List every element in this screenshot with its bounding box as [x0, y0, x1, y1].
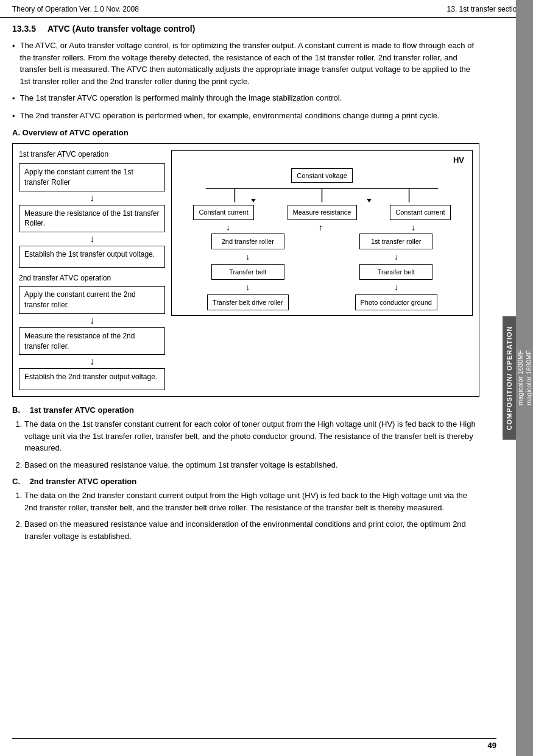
hv-transfer-belt-left: Transfer belt — [211, 264, 284, 280]
bullet-dot-1: • — [12, 40, 15, 87]
flow-box-1-2: Measure the resistance of the 1st transf… — [19, 205, 165, 233]
hv-measure-resistance: Measure resistance — [288, 205, 357, 219]
section-b-item-2: Based on the measured resistance value, … — [24, 459, 479, 471]
hv-constant-current-left: Constant current — [193, 205, 253, 219]
flow-arrow-4: ↓ — [19, 355, 165, 368]
composition-operation-tab: COMPOSITION/ OPERATION — [503, 316, 516, 440]
flow-box-2-3: Establish the 2nd transfer output voltag… — [19, 368, 165, 390]
svg-marker-5 — [251, 199, 256, 202]
header-right: 13. 1st transfer section — [447, 5, 521, 13]
atvc-diagram: 1st transfer ATVC operation Apply the co… — [12, 143, 479, 397]
flow-label-2nd: 2nd transfer ATVC operation — [19, 274, 165, 282]
section-heading: 13.3.5 ATVC (Auto transfer voltage contr… — [12, 24, 479, 34]
hv-2nd-transfer-roller: 2nd transfer roller — [211, 234, 284, 249]
hv-arrow-down-left: ↓ — [226, 223, 230, 232]
sidebar-model-text: magicolor 1680MF magicolor 1690MF — [514, 348, 533, 408]
hv-diagram-box: HV Constant voltage — [171, 150, 473, 316]
page-header: Theory of Operation Ver. 1.0 Nov. 2008 1… — [0, 0, 533, 18]
bullet-item-1: • The ATVC, or Auto transfer voltage con… — [12, 40, 479, 87]
flow-box-2-2: Measure the resistance of the 2nd transf… — [19, 327, 165, 355]
hv-transfer-belt-right: Transfer belt — [359, 264, 432, 280]
bullet-dot-2: • — [12, 93, 15, 105]
hv-constant-current-right: Constant current — [390, 205, 450, 219]
section-b-item-1: The data on the 1st transfer constant cu… — [24, 418, 479, 454]
section-c-item-2: Based on the measured resistance value a… — [24, 518, 479, 542]
bullet-item-2: • The 1st transfer ATVC operation is per… — [12, 92, 479, 105]
section-b: B. 1st transfer ATVC operation The data … — [12, 405, 479, 471]
hv-photo-conductor-ground: Photo conductor ground — [355, 294, 437, 310]
section-c-heading: C. 2nd transfer ATVC operation — [12, 477, 479, 486]
hv-transfer-belt-drive-roller: Transfer belt drive roller — [207, 294, 289, 310]
flow-box-1-1: Apply the constant current the 1st trans… — [19, 163, 165, 191]
bullet-item-3: • The 2nd transfer ATVC operation is per… — [12, 110, 479, 123]
right-hv-diagram: HV Constant voltage — [171, 150, 473, 390]
section-c-item-1: The data on the 2nd transfer constant cu… — [24, 490, 479, 513]
hv-arrow-down-right: ↓ — [411, 223, 415, 232]
hv-arrow-down-mid: ↑ — [319, 223, 323, 232]
section-b-list: The data on the 1st transfer constant cu… — [24, 418, 479, 471]
page-number: 49 — [488, 741, 496, 750]
diagram-heading: A. Overview of ATVC operation — [12, 128, 479, 137]
bullet-text-2: The 1st transfer ATVC operation is perfo… — [20, 92, 479, 105]
right-sidebar: magicolor 1680MF magicolor 1690MF — [516, 0, 533, 756]
hv-1st-transfer-roller: 1st transfer roller — [359, 234, 432, 249]
bullet-text-3: The 2nd transfer ATVC operation is perfo… — [20, 110, 479, 123]
flow-arrow-3: ↓ — [19, 314, 165, 327]
header-left: Theory of Operation Ver. 1.0 Nov. 2008 — [12, 5, 139, 13]
section-b-heading: B. 1st transfer ATVC operation — [12, 405, 479, 415]
flow-box-2-1: Apply the constant current the 2nd trans… — [19, 286, 165, 314]
section-c-list: The data on the 2nd transfer constant cu… — [24, 490, 479, 542]
flow-arrow-2: ↓ — [19, 232, 165, 246]
footer-line — [12, 738, 496, 739]
flow-arrow-1: ↓ — [19, 191, 165, 205]
main-content: 13.3.5 ATVC (Auto transfer voltage contr… — [0, 18, 516, 560]
hv-mid-row: Constant current Measure resistance Cons… — [177, 205, 467, 219]
bullet-text-1: The ATVC, or Auto transfer voltage contr… — [20, 40, 479, 87]
left-flow: 1st transfer ATVC operation Apply the co… — [19, 150, 165, 390]
section-c: C. 2nd transfer ATVC operation The data … — [12, 477, 479, 542]
flow-box-1-3: Establish the 1st transfer output voltag… — [19, 246, 165, 268]
diagram-inner: 1st transfer ATVC operation Apply the co… — [19, 150, 473, 390]
bullet-section: • The ATVC, or Auto transfer voltage con… — [12, 40, 479, 122]
hv-constant-voltage: Constant voltage — [291, 168, 353, 183]
hv-connector-svg — [177, 185, 467, 204]
bullet-dot-3: • — [12, 110, 15, 123]
page-footer: 49 — [488, 741, 496, 750]
flow-label-1st: 1st transfer ATVC operation — [19, 150, 165, 159]
section-number: 13.3.5 — [12, 24, 36, 34]
hv-title: HV — [177, 155, 467, 165]
section-title: ATVC (Auto transfer voltage control) — [48, 24, 195, 34]
svg-marker-6 — [367, 199, 372, 202]
